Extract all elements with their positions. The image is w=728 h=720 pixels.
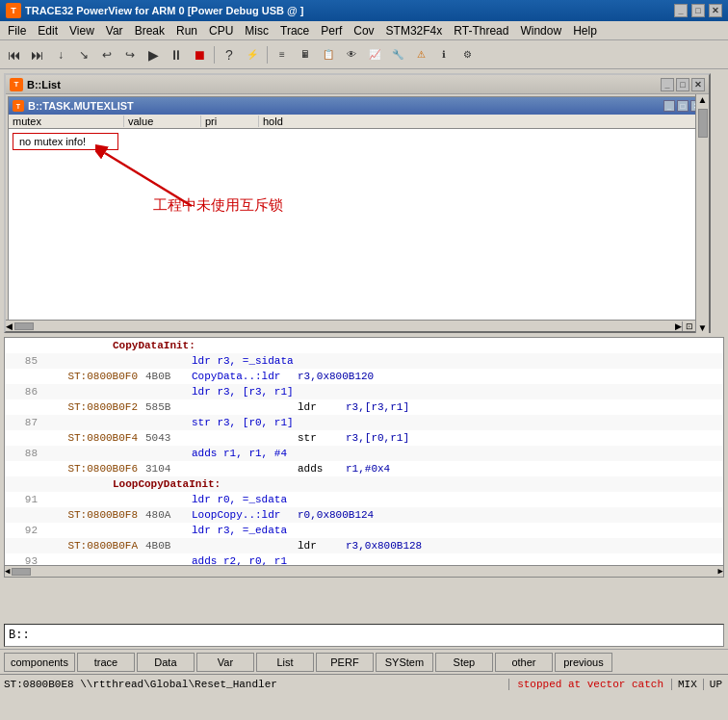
menu-help[interactable]: Help	[567, 22, 603, 39]
blist-panel: T B::List _ □ ✕ T B::TASK.MUTEXLIST _ □ …	[4, 73, 711, 333]
tb-warn[interactable]: ⚠	[410, 44, 431, 65]
tb-run[interactable]: ▶	[143, 44, 164, 65]
menu-trace[interactable]: Trace	[274, 22, 315, 39]
tb-list[interactable]: ≡	[272, 44, 293, 65]
no-mutex-area: no mutex info! 工程中未使用互斥锁	[9, 129, 706, 321]
blist-close-btn[interactable]: ✕	[691, 78, 705, 91]
asm-row: ST:0800B0F4 5043 str r3,[r0,r1]	[5, 430, 723, 446]
command-prompt: B::	[9, 629, 30, 642]
asm-hscroll-thumb[interactable]	[12, 568, 31, 576]
menu-perf[interactable]: Perf	[315, 22, 348, 39]
btn-perf[interactable]: PERF	[316, 653, 374, 672]
task-panel: T B::TASK.MUTEXLIST _ □ ✕ mutex value pr…	[8, 96, 707, 322]
asm-row: 92 ldr r3, =_edata	[5, 523, 723, 538]
menu-var[interactable]: Var	[100, 22, 129, 39]
tb-step-fwd[interactable]: ⏭	[27, 44, 48, 65]
asm-hscroll-left[interactable]: ◀	[5, 566, 10, 577]
blist-min-btn[interactable]: _	[661, 78, 674, 91]
tb-periph[interactable]: 🔧	[387, 44, 408, 65]
table-header: mutex value pri hold	[9, 115, 706, 129]
hscroll-left-arrow[interactable]: ◀	[6, 321, 13, 331]
menu-file[interactable]: File	[2, 22, 32, 39]
tb-step-back[interactable]: ⏮	[4, 44, 25, 65]
asm-row: 87 str r3, [r0, r1]	[5, 415, 723, 430]
menu-stm32[interactable]: STM32F4x	[380, 22, 449, 39]
tb-step-over[interactable]: ↘	[73, 44, 94, 65]
tb-sep1	[214, 46, 215, 64]
btn-trace[interactable]: trace	[77, 653, 135, 672]
menu-misc[interactable]: Misc	[239, 22, 274, 39]
menu-break[interactable]: Break	[129, 22, 170, 39]
btn-step[interactable]: Step	[435, 653, 493, 672]
col-header-value: value	[124, 116, 201, 127]
asm-row: ST:0800B0F0 4B0B CopyData..:ldr r3,0x800…	[5, 369, 723, 384]
menu-run[interactable]: Run	[170, 22, 203, 39]
vscroll-up-arrow[interactable]: ▲	[698, 94, 708, 105]
tb-reg[interactable]: 📋	[318, 44, 339, 65]
tb-settings[interactable]: ⚙	[456, 44, 478, 65]
task-titlebar: T B::TASK.MUTEXLIST _ □ ✕	[9, 97, 706, 115]
blist-vscrollbar[interactable]: ▲ ▼	[695, 94, 709, 333]
task-min-btn[interactable]: _	[663, 100, 675, 112]
btn-other[interactable]: other	[495, 653, 553, 672]
tb-cmd[interactable]: ⚡	[242, 44, 263, 65]
tb-stop[interactable]: ⏹	[189, 44, 210, 65]
close-button[interactable]: ✕	[709, 4, 722, 17]
menu-cpu[interactable]: CPU	[203, 22, 239, 39]
blist-titlebar: T B::List _ □ ✕	[6, 75, 709, 94]
window-title: TRACE32 PowerView for ARM 0 [Power Debug…	[25, 5, 674, 16]
vscroll-thumb[interactable]	[698, 109, 708, 138]
status-up: UP	[704, 679, 728, 690]
tb-watch[interactable]: 👁	[341, 44, 362, 65]
chinese-annotation: 工程中未使用互斥锁	[153, 196, 283, 215]
tb-step-in[interactable]: ↓	[50, 44, 71, 65]
menu-window[interactable]: Window	[514, 22, 567, 39]
asm-row: 86 ldr r3, [r3, r1]	[5, 384, 723, 399]
blist-title: B::List	[27, 79, 61, 90]
bottom-toolbar: components trace Data Var List PERF SYSt…	[0, 649, 728, 674]
asm-row: ST:0800B0F8 480A LoopCopy..:ldr r0,0x800…	[5, 507, 723, 523]
menu-cov[interactable]: Cov	[348, 22, 379, 39]
tb-step-redo[interactable]: ↪	[119, 44, 141, 65]
tb-info[interactable]: ℹ	[433, 44, 455, 65]
asm-hscroll-right[interactable]: ▶	[718, 566, 723, 577]
minimize-button[interactable]: _	[674, 4, 688, 17]
asm-section-label: CopyDataInit:	[5, 338, 723, 353]
blist-hscrollbar[interactable]: ◀ ▶ ⊡	[6, 320, 695, 331]
hscroll-thumb[interactable]	[14, 322, 34, 330]
tb-pause[interactable]: ⏸	[166, 44, 187, 65]
vscroll-down-arrow[interactable]: ▼	[698, 322, 708, 333]
btn-var[interactable]: Var	[196, 653, 254, 672]
task-icon: T	[13, 100, 24, 112]
command-area[interactable]: B::	[4, 624, 724, 647]
tb-help[interactable]: ?	[219, 44, 240, 65]
task-max-btn[interactable]: □	[677, 100, 689, 112]
blist-max-btn[interactable]: □	[676, 78, 689, 91]
maximize-button[interactable]: □	[691, 4, 705, 17]
tb-mem[interactable]: 🖩	[295, 44, 316, 65]
menu-bar: File Edit View Var Break Run CPU Misc Tr…	[0, 21, 728, 40]
asm-section-label: LoopCopyDataInit:	[5, 476, 723, 492]
menu-view[interactable]: View	[64, 22, 100, 39]
hscroll-right-arrow[interactable]: ▶	[675, 321, 682, 331]
asm-row: ST:0800B0F2 585B ldr r3,[r3,r1]	[5, 399, 723, 415]
menu-rtthread[interactable]: RT-Thread	[448, 22, 514, 39]
menu-edit[interactable]: Edit	[32, 22, 64, 39]
command-input[interactable]	[30, 629, 719, 642]
status-location: ST:0800B0E8 \\rtthread\Global\Reset_Hand…	[0, 679, 509, 690]
status-mix: MIX	[672, 679, 704, 690]
btn-system[interactable]: SYStem	[376, 653, 433, 672]
btn-components[interactable]: components	[4, 653, 75, 672]
btn-previous[interactable]: previous	[555, 653, 612, 672]
task-title: B::TASK.MUTEXLIST	[28, 100, 134, 112]
tb-trace[interactable]: 📈	[364, 44, 385, 65]
btn-data[interactable]: Data	[137, 653, 195, 672]
asm-hscrollbar[interactable]: ◀ ▶	[5, 565, 723, 577]
asm-content: CopyDataInit: 85 ldr r3, =_sidata ST:080…	[5, 338, 723, 567]
btn-list[interactable]: List	[256, 653, 314, 672]
no-mutex-text: no mutex info!	[19, 136, 86, 147]
tb-step-return[interactable]: ↩	[96, 44, 117, 65]
col-header-pri: pri	[201, 116, 259, 127]
asm-panel: CopyDataInit: 85 ldr r3, =_sidata ST:080…	[4, 337, 724, 578]
asm-row: 88 adds r1, r1, #4	[5, 446, 723, 461]
